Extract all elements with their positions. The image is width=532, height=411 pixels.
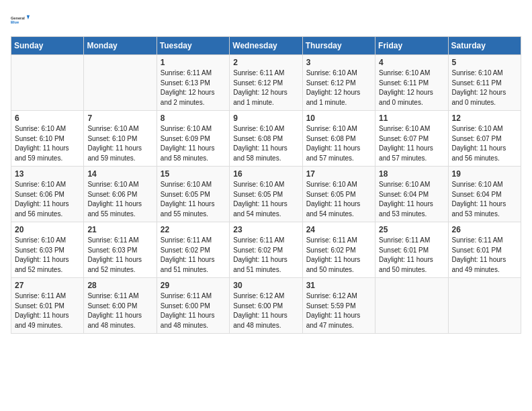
- calendar-cell: 18Sunrise: 6:10 AM Sunset: 6:04 PM Dayli…: [375, 167, 448, 222]
- day-number: 31: [306, 281, 371, 290]
- day-info: Sunrise: 6:10 AM Sunset: 6:05 PM Dayligh…: [161, 180, 226, 219]
- header-friday: Friday: [375, 37, 448, 55]
- day-number: 19: [452, 169, 517, 179]
- calendar-cell: 31Sunrise: 6:12 AM Sunset: 5:59 PM Dayli…: [302, 278, 375, 334]
- day-number: 21: [87, 225, 152, 234]
- calendar-header-row: SundayMondayTuesdayWednesdayThursdayFrid…: [11, 37, 521, 55]
- calendar-cell: 23Sunrise: 6:11 AM Sunset: 6:02 PM Dayli…: [230, 222, 302, 278]
- day-number: 16: [233, 169, 298, 179]
- day-number: 3: [306, 58, 371, 67]
- day-info: Sunrise: 6:10 AM Sunset: 6:11 PM Dayligh…: [379, 68, 444, 107]
- day-number: 20: [15, 225, 80, 234]
- day-number: 13: [15, 169, 80, 179]
- day-info: Sunrise: 6:11 AM Sunset: 6:02 PM Dayligh…: [306, 236, 371, 275]
- day-number: 30: [233, 281, 298, 290]
- logo-icon: GeneralBlue: [11, 11, 30, 30]
- day-info: Sunrise: 6:10 AM Sunset: 6:08 PM Dayligh…: [233, 124, 298, 163]
- day-number: 12: [452, 113, 517, 123]
- day-info: Sunrise: 6:12 AM Sunset: 5:59 PM Dayligh…: [306, 291, 371, 330]
- day-number: 6: [15, 113, 80, 123]
- calendar-week-row: 13Sunrise: 6:10 AM Sunset: 6:06 PM Dayli…: [11, 167, 521, 222]
- day-info: Sunrise: 6:11 AM Sunset: 6:02 PM Dayligh…: [161, 236, 226, 275]
- day-info: Sunrise: 6:10 AM Sunset: 6:11 PM Dayligh…: [452, 68, 517, 107]
- day-number: 14: [87, 169, 152, 179]
- header-monday: Monday: [84, 37, 157, 55]
- day-number: 1: [161, 58, 226, 67]
- day-info: Sunrise: 6:10 AM Sunset: 6:05 PM Dayligh…: [306, 180, 371, 219]
- header-saturday: Saturday: [448, 37, 521, 55]
- calendar-cell: 17Sunrise: 6:10 AM Sunset: 6:05 PM Dayli…: [302, 167, 375, 222]
- day-number: 5: [452, 58, 517, 67]
- header-sunday: Sunday: [11, 37, 84, 55]
- day-number: 28: [87, 281, 152, 290]
- header-wednesday: Wednesday: [230, 37, 302, 55]
- day-number: 11: [379, 113, 444, 123]
- calendar-cell: 28Sunrise: 6:11 AM Sunset: 6:00 PM Dayli…: [84, 278, 157, 334]
- calendar-cell: 20Sunrise: 6:10 AM Sunset: 6:03 PM Dayli…: [11, 222, 84, 278]
- day-number: 18: [379, 169, 444, 179]
- day-info: Sunrise: 6:10 AM Sunset: 6:05 PM Dayligh…: [233, 180, 298, 219]
- day-number: 26: [452, 225, 517, 234]
- calendar-cell: 25Sunrise: 6:11 AM Sunset: 6:01 PM Dayli…: [375, 222, 448, 278]
- calendar-cell: 8Sunrise: 6:10 AM Sunset: 6:09 PM Daylig…: [157, 111, 229, 167]
- calendar-cell: 12Sunrise: 6:10 AM Sunset: 6:07 PM Dayli…: [448, 111, 521, 167]
- header-thursday: Thursday: [302, 37, 375, 55]
- calendar-cell: 2Sunrise: 6:11 AM Sunset: 6:12 PM Daylig…: [230, 55, 302, 111]
- calendar-cell: 7Sunrise: 6:10 AM Sunset: 6:10 PM Daylig…: [84, 111, 157, 167]
- calendar-cell: 27Sunrise: 6:11 AM Sunset: 6:01 PM Dayli…: [11, 278, 84, 334]
- day-info: Sunrise: 6:11 AM Sunset: 6:12 PM Dayligh…: [233, 68, 298, 107]
- calendar-cell: 11Sunrise: 6:10 AM Sunset: 6:07 PM Dayli…: [375, 111, 448, 167]
- calendar-cell: [84, 55, 157, 111]
- calendar-cell: 30Sunrise: 6:12 AM Sunset: 6:00 PM Dayli…: [230, 278, 302, 334]
- calendar-cell: 13Sunrise: 6:10 AM Sunset: 6:06 PM Dayli…: [11, 167, 84, 222]
- logo: GeneralBlue: [11, 11, 30, 30]
- day-info: Sunrise: 6:10 AM Sunset: 6:09 PM Dayligh…: [161, 124, 226, 163]
- calendar-cell: 26Sunrise: 6:11 AM Sunset: 6:01 PM Dayli…: [448, 222, 521, 278]
- day-info: Sunrise: 6:11 AM Sunset: 6:00 PM Dayligh…: [161, 291, 226, 330]
- day-info: Sunrise: 6:11 AM Sunset: 6:00 PM Dayligh…: [87, 291, 152, 330]
- calendar-cell: 15Sunrise: 6:10 AM Sunset: 6:05 PM Dayli…: [157, 167, 229, 222]
- day-info: Sunrise: 6:11 AM Sunset: 6:01 PM Dayligh…: [379, 236, 444, 275]
- day-number: 15: [161, 169, 226, 179]
- calendar-cell: [375, 278, 448, 334]
- calendar-table: SundayMondayTuesdayWednesdayThursdayFrid…: [11, 36, 521, 334]
- day-number: 29: [161, 281, 226, 290]
- calendar-cell: 22Sunrise: 6:11 AM Sunset: 6:02 PM Dayli…: [157, 222, 229, 278]
- day-info: Sunrise: 6:11 AM Sunset: 6:02 PM Dayligh…: [233, 236, 298, 275]
- day-info: Sunrise: 6:10 AM Sunset: 6:07 PM Dayligh…: [379, 124, 444, 163]
- calendar-cell: 4Sunrise: 6:10 AM Sunset: 6:11 PM Daylig…: [375, 55, 448, 111]
- day-number: 25: [379, 225, 444, 234]
- svg-text:General: General: [11, 16, 25, 20]
- calendar-week-row: 6Sunrise: 6:10 AM Sunset: 6:10 PM Daylig…: [11, 111, 521, 167]
- day-info: Sunrise: 6:10 AM Sunset: 6:10 PM Dayligh…: [87, 124, 152, 163]
- header-tuesday: Tuesday: [157, 37, 229, 55]
- day-number: 17: [306, 169, 371, 179]
- svg-text:Blue: Blue: [11, 20, 19, 24]
- day-number: 23: [233, 225, 298, 234]
- day-number: 24: [306, 225, 371, 234]
- day-number: 7: [87, 113, 152, 123]
- calendar-cell: [11, 55, 84, 111]
- calendar-week-row: 20Sunrise: 6:10 AM Sunset: 6:03 PM Dayli…: [11, 222, 521, 278]
- day-info: Sunrise: 6:10 AM Sunset: 6:04 PM Dayligh…: [452, 180, 517, 219]
- day-number: 8: [161, 113, 226, 123]
- day-info: Sunrise: 6:10 AM Sunset: 6:03 PM Dayligh…: [15, 236, 80, 275]
- calendar-cell: 24Sunrise: 6:11 AM Sunset: 6:02 PM Dayli…: [302, 222, 375, 278]
- calendar-cell: 10Sunrise: 6:10 AM Sunset: 6:08 PM Dayli…: [302, 111, 375, 167]
- day-number: 22: [161, 225, 226, 234]
- calendar-cell: 9Sunrise: 6:10 AM Sunset: 6:08 PM Daylig…: [230, 111, 302, 167]
- calendar-cell: 3Sunrise: 6:10 AM Sunset: 6:12 PM Daylig…: [302, 55, 375, 111]
- day-info: Sunrise: 6:10 AM Sunset: 6:12 PM Dayligh…: [306, 68, 371, 107]
- calendar-cell: 6Sunrise: 6:10 AM Sunset: 6:10 PM Daylig…: [11, 111, 84, 167]
- calendar-cell: 21Sunrise: 6:11 AM Sunset: 6:03 PM Dayli…: [84, 222, 157, 278]
- day-number: 2: [233, 58, 298, 67]
- calendar-week-row: 27Sunrise: 6:11 AM Sunset: 6:01 PM Dayli…: [11, 278, 521, 334]
- day-info: Sunrise: 6:10 AM Sunset: 6:04 PM Dayligh…: [379, 180, 444, 219]
- day-info: Sunrise: 6:11 AM Sunset: 6:01 PM Dayligh…: [15, 291, 80, 330]
- day-number: 4: [379, 58, 444, 67]
- day-info: Sunrise: 6:10 AM Sunset: 6:07 PM Dayligh…: [452, 124, 517, 163]
- calendar-cell: [448, 278, 521, 334]
- day-info: Sunrise: 6:10 AM Sunset: 6:06 PM Dayligh…: [87, 180, 152, 219]
- calendar-week-row: 1Sunrise: 6:11 AM Sunset: 6:13 PM Daylig…: [11, 55, 521, 111]
- page-header: GeneralBlue: [11, 11, 521, 30]
